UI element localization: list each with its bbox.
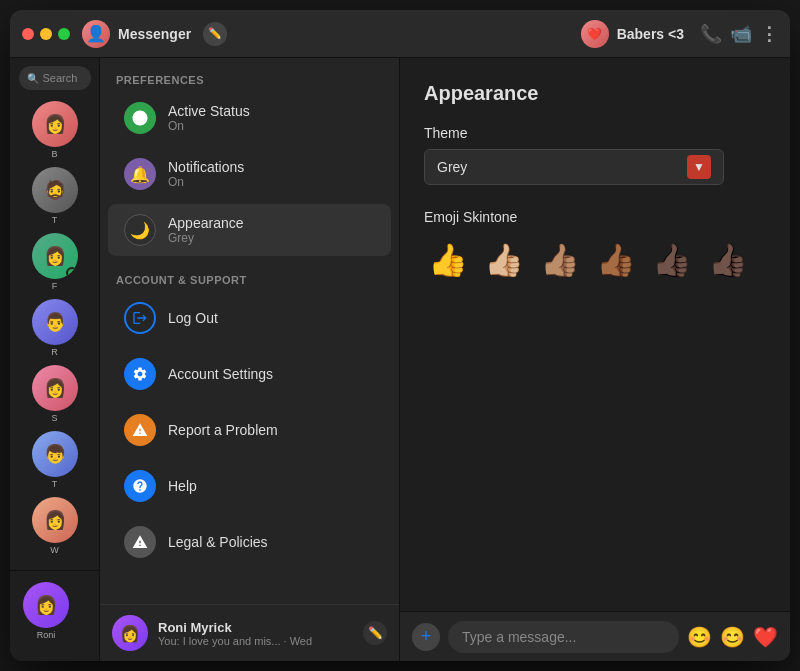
profile-name: Roni Myrick (158, 620, 353, 635)
contact-item-7[interactable]: 👩 W (19, 494, 91, 558)
call-icon[interactable]: 📞 (700, 23, 722, 45)
emoji-skintone-medium-dark[interactable]: 👍🏿 (648, 237, 696, 283)
heart-button[interactable]: ❤️ (753, 625, 778, 649)
appearance-title: Appearance (168, 215, 244, 231)
profile-info-bottom: Roni Myrick You: I love you and mis... ·… (158, 620, 353, 647)
contact-name-2: T (52, 215, 58, 225)
emoji-skintone-medium[interactable]: 👍🏾 (592, 237, 640, 283)
emoji-skintone-default[interactable]: 👍 (424, 237, 472, 283)
pref-item-appearance[interactable]: 🌙 Appearance Grey (108, 204, 391, 256)
account-settings-title: Account Settings (168, 366, 273, 382)
contact-avatar-6: 👦 (32, 431, 78, 477)
emoji-skintone-row: 👍 👍🏼 👍🏽 👍🏾 👍🏿 👍🏿 (424, 237, 766, 283)
content-panel: Appearance Theme Grey ▼ Emoji Skintone 👍… (400, 58, 790, 661)
active-status-subtitle: On (168, 119, 250, 133)
pref-item-legal[interactable]: Legal & Policies (108, 516, 391, 568)
contact-item-5[interactable]: 👩 S (19, 362, 91, 426)
own-profile-item[interactable]: 👩 Roni (10, 579, 82, 643)
contact-avatar-3: 👩 (32, 233, 78, 279)
notifications-subtitle: On (168, 175, 244, 189)
appearance-heading: Appearance (424, 82, 766, 105)
preferences-section-label: PREFERENCES (100, 66, 399, 90)
contact-avatar-5: 👩 (32, 365, 78, 411)
preferences-panel: PREFERENCES Active Status On 🔔 (100, 58, 400, 661)
sticker-button[interactable]: 😊 (720, 625, 745, 649)
message-placeholder: Type a message... (462, 629, 576, 645)
pref-item-account-settings[interactable]: Account Settings (108, 348, 391, 400)
search-bar[interactable]: 🔍 Search (19, 66, 91, 90)
more-icon[interactable]: ⋮ (760, 23, 778, 45)
help-text: Help (168, 478, 197, 494)
contact-item-6[interactable]: 👦 T (19, 428, 91, 492)
contact-name-6: T (52, 479, 58, 489)
account-section-label: ACCOUNT & SUPPORT (100, 266, 399, 290)
contact-avatar-1: 👩 (32, 101, 78, 147)
active-status-text: Active Status On (168, 103, 250, 133)
own-name: Roni (37, 630, 56, 640)
chat-header-avatar-title: ❤️ (581, 20, 609, 48)
theme-select-dropdown[interactable]: Grey ▼ (424, 149, 724, 185)
edit-icon[interactable]: ✏️ (203, 22, 227, 46)
contact-item-2[interactable]: 🧔 T (19, 164, 91, 228)
report-text: Report a Problem (168, 422, 278, 438)
emoji-skintone-label: Emoji Skintone (424, 209, 766, 225)
theme-label: Theme (424, 125, 766, 141)
main-area: 🔍 Search 👩 B 🧔 T 👩 F (10, 58, 790, 661)
minimize-button[interactable] (40, 28, 52, 40)
message-action-icons: 😊 😊 ❤️ (687, 625, 778, 649)
contact-item-1[interactable]: 👩 B (19, 98, 91, 162)
contact-item-4[interactable]: 👨 R (19, 296, 91, 360)
contact-name-3: F (52, 281, 58, 291)
appearance-text: Appearance Grey (168, 215, 244, 245)
theme-select-value: Grey (437, 159, 467, 175)
close-button[interactable] (22, 28, 34, 40)
contact-name-1: B (51, 149, 57, 159)
notifications-title: Notifications (168, 159, 244, 175)
add-button[interactable]: + (412, 623, 440, 651)
appearance-content: Appearance Theme Grey ▼ Emoji Skintone 👍… (400, 58, 790, 611)
video-icon[interactable]: 📹 (730, 23, 752, 45)
title-bar: 👤 Messenger ✏️ ❤️ Babers <3 📞 📹 ⋮ (10, 10, 790, 58)
contact-name-5: S (51, 413, 57, 423)
contacts-sidebar: 🔍 Search 👩 B 🧔 T 👩 F (10, 58, 100, 661)
app-window: 👤 Messenger ✏️ ❤️ Babers <3 📞 📹 ⋮ 🔍 Sear… (10, 10, 790, 661)
help-title: Help (168, 478, 197, 494)
profile-avatar-bottom: 👩 (112, 615, 148, 651)
search-placeholder: Search (43, 72, 78, 84)
account-settings-icon (124, 358, 156, 390)
logout-text: Log Out (168, 310, 218, 326)
contact-avatar-4: 👨 (32, 299, 78, 345)
profile-edit-button[interactable]: ✏️ (363, 621, 387, 645)
pref-item-active-status[interactable]: Active Status On (108, 92, 391, 144)
chat-title: Babers <3 (617, 26, 684, 42)
appearance-subtitle: Grey (168, 231, 244, 245)
help-icon (124, 470, 156, 502)
contact-name-4: R (51, 347, 58, 357)
legal-text: Legal & Policies (168, 534, 268, 550)
legal-icon (124, 526, 156, 558)
own-avatar: 👩 (23, 582, 69, 628)
notifications-text: Notifications On (168, 159, 244, 189)
notifications-icon: 🔔 (124, 158, 156, 190)
message-bar: + Type a message... 😊 😊 ❤️ (400, 611, 790, 661)
pref-item-report[interactable]: Report a Problem (108, 404, 391, 456)
appearance-icon: 🌙 (124, 214, 156, 246)
contact-item-3[interactable]: 👩 F (19, 230, 91, 294)
app-title: Messenger (118, 26, 191, 42)
active-status-title: Active Status (168, 103, 250, 119)
message-input-field[interactable]: Type a message... (448, 621, 679, 653)
emoji-skintone-dark[interactable]: 👍🏿 (704, 237, 752, 283)
title-bar-content: 👤 Messenger ✏️ (82, 20, 227, 48)
report-title: Report a Problem (168, 422, 278, 438)
maximize-button[interactable] (58, 28, 70, 40)
pref-item-notifications[interactable]: 🔔 Notifications On (108, 148, 391, 200)
logout-icon (124, 302, 156, 334)
emoji-skintone-medium-light[interactable]: 👍🏽 (536, 237, 584, 283)
logout-title: Log Out (168, 310, 218, 326)
legal-title: Legal & Policies (168, 534, 268, 550)
theme-dropdown-arrow: ▼ (687, 155, 711, 179)
pref-item-help[interactable]: Help (108, 460, 391, 512)
pref-item-logout[interactable]: Log Out (108, 292, 391, 344)
emoji-button[interactable]: 😊 (687, 625, 712, 649)
emoji-skintone-light[interactable]: 👍🏼 (480, 237, 528, 283)
